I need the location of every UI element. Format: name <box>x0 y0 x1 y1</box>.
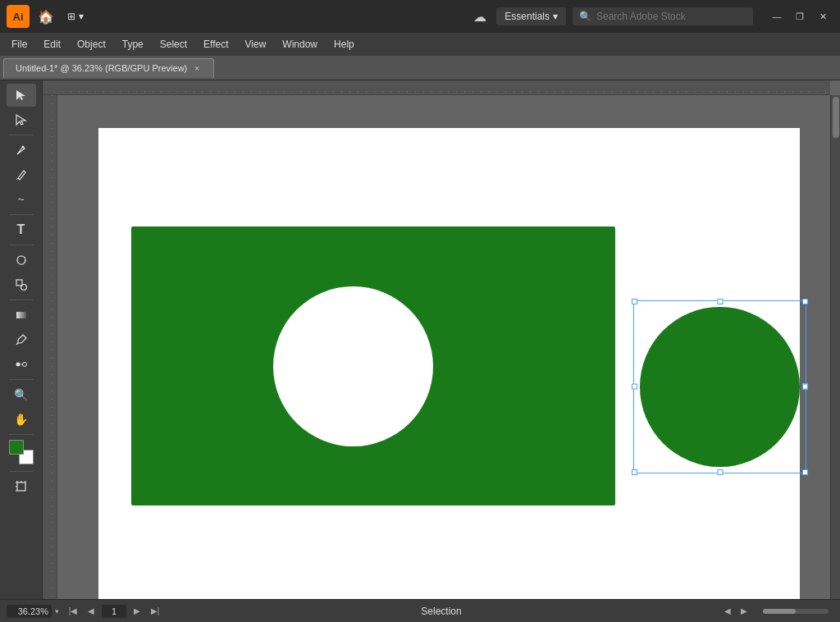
tool-separator-4 <box>9 300 34 300</box>
zoom-tool-button[interactable]: 🔍 <box>7 383 36 406</box>
title-bar: Ai 🏠 ⊞ ▾ ☁ Essentials ▾ 🔍 — ❐ ✕ <box>0 0 840 33</box>
eyedropper-tool-button[interactable] <box>7 328 36 351</box>
handle-bottom-center[interactable] <box>717 469 723 475</box>
shape-builder-tool-button[interactable] <box>7 273 36 296</box>
svg-point-8 <box>16 363 20 367</box>
flag-white-circle <box>273 286 433 446</box>
menu-effect[interactable]: Effect <box>195 35 236 53</box>
page-navigation: |◀ ◀ ▶ ▶| <box>66 604 162 619</box>
svg-rect-11 <box>17 483 25 491</box>
tool-name-label: Selection <box>421 606 461 617</box>
status-bar: ▾ |◀ ◀ ▶ ▶| Selection ◀ ▶ <box>0 599 840 622</box>
flag-rectangle <box>131 226 615 505</box>
page-number-input[interactable] <box>102 605 126 618</box>
artboard-prev-button[interactable]: ◀ <box>720 604 735 619</box>
tool-separator-2 <box>9 214 34 215</box>
menu-view[interactable]: View <box>237 35 275 53</box>
svg-marker-1 <box>16 115 25 125</box>
standalone-circle <box>640 307 800 467</box>
essentials-label: Essentials <box>504 11 550 22</box>
horizontal-ruler <box>43 80 830 95</box>
status-slider[interactable] <box>763 609 829 614</box>
main-area: ~ T <box>0 80 840 599</box>
handle-middle-left[interactable] <box>632 384 637 390</box>
svg-point-5 <box>21 285 26 290</box>
handle-top-right[interactable] <box>802 299 808 304</box>
svg-line-3 <box>16 178 18 180</box>
menu-window[interactable]: Window <box>274 35 326 53</box>
handle-top-center[interactable] <box>717 299 723 304</box>
menu-help[interactable]: Help <box>326 35 363 53</box>
search-icon: 🔍 <box>579 11 591 22</box>
zoom-control: ▾ <box>7 605 59 618</box>
workspace-grid-icon: ⊞ <box>67 11 75 22</box>
handle-top-left[interactable] <box>632 299 637 304</box>
gradient-tool-button[interactable] <box>7 304 36 327</box>
document-tab[interactable]: Untitled-1* @ 36.23% (RGB/GPU Preview) × <box>3 58 214 78</box>
menu-bar: File Edit Object Type Select Effect View… <box>0 33 840 56</box>
tool-separator-7 <box>9 471 34 472</box>
curvature-tool-button[interactable]: ~ <box>7 188 36 211</box>
lasso-tool-button[interactable] <box>7 249 36 272</box>
svg-rect-6 <box>16 312 26 318</box>
menu-type[interactable]: Type <box>114 35 152 53</box>
selected-object-wrapper[interactable] <box>640 307 800 467</box>
select-tool-button[interactable] <box>7 84 36 107</box>
nav-prev-button[interactable]: ◀ <box>84 604 98 619</box>
hand-tool-button[interactable]: ✋ <box>7 408 36 431</box>
nav-first-button[interactable]: |◀ <box>66 604 80 619</box>
pencil-tool-button[interactable] <box>7 163 36 186</box>
tab-bar: Untitled-1* @ 36.23% (RGB/GPU Preview) × <box>0 56 840 80</box>
home-button[interactable]: 🏠 <box>36 7 56 26</box>
svg-line-7 <box>16 343 18 345</box>
nav-last-button[interactable]: ▶| <box>148 604 162 619</box>
search-input[interactable] <box>596 11 746 22</box>
vertical-scrollbar[interactable] <box>830 95 840 599</box>
ai-logo: Ai <box>7 5 30 28</box>
tool-separator-6 <box>9 434 34 435</box>
search-bar[interactable]: 🔍 <box>573 7 753 25</box>
artboard <box>98 128 800 599</box>
menu-select[interactable]: Select <box>152 35 195 53</box>
window-controls: — ❐ ✕ <box>766 8 833 25</box>
canvas-container[interactable] <box>43 80 840 599</box>
menu-file[interactable]: File <box>3 35 35 53</box>
left-toolbar: ~ T <box>0 80 43 599</box>
workspace-dropdown-icon: ▾ <box>79 11 84 22</box>
zoom-input[interactable] <box>7 605 52 618</box>
restore-button[interactable]: ❐ <box>789 8 810 25</box>
essentials-button[interactable]: Essentials ▾ <box>496 7 566 25</box>
tab-close-button[interactable]: × <box>192 63 202 74</box>
handle-bottom-right[interactable] <box>802 469 808 475</box>
cloud-icon: ☁ <box>470 7 490 26</box>
artboard-next-button[interactable]: ▶ <box>737 604 751 619</box>
pen-tool-button[interactable] <box>7 139 36 162</box>
color-boxes <box>9 440 34 468</box>
vertical-scroll-thumb[interactable] <box>833 97 839 138</box>
menu-object[interactable]: Object <box>69 35 114 53</box>
artboard-navigation: ◀ ▶ <box>720 604 751 619</box>
tool-separator-5 <box>9 379 34 380</box>
direct-select-tool-button[interactable] <box>7 108 36 131</box>
vertical-ruler <box>43 95 57 599</box>
artboard-tool-button[interactable] <box>7 475 36 498</box>
handle-bottom-left[interactable] <box>632 469 637 475</box>
tool-separator-1 <box>9 135 34 135</box>
blend-tool-button[interactable] <box>7 353 36 376</box>
svg-point-2 <box>21 146 24 149</box>
nav-next-button[interactable]: ▶ <box>130 604 144 619</box>
type-tool-button[interactable]: T <box>7 218 36 241</box>
svg-rect-4 <box>16 280 22 286</box>
menu-edit[interactable]: Edit <box>35 35 69 53</box>
canvas-artboard[interactable] <box>57 95 830 599</box>
tab-title: Untitled-1* @ 36.23% (RGB/GPU Preview) <box>16 63 187 73</box>
workspace-switcher[interactable]: ⊞ ▾ <box>62 8 89 25</box>
minimize-button[interactable]: — <box>766 8 788 25</box>
essentials-chevron-icon: ▾ <box>553 11 558 22</box>
fill-stroke-indicator[interactable] <box>9 440 34 464</box>
svg-point-9 <box>22 363 26 367</box>
zoom-dropdown-button[interactable]: ▾ <box>55 607 59 615</box>
close-button[interactable]: ✕ <box>812 8 833 25</box>
svg-marker-0 <box>16 90 25 100</box>
handle-middle-right[interactable] <box>802 384 808 390</box>
